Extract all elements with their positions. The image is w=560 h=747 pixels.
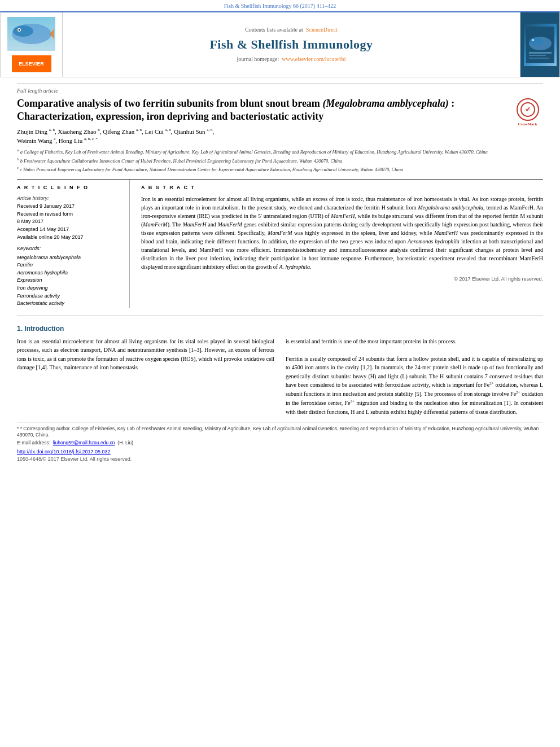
email-label: E-mail address: xyxy=(17,440,50,445)
svg-text:✓: ✓ xyxy=(525,106,531,113)
history-label: Article history: xyxy=(17,195,123,202)
affiliation-b: b b Freshwater Aquaculture Collaborative… xyxy=(17,157,543,165)
article-info-heading: A R T I C L E I N F O xyxy=(17,184,123,191)
sciencedirect-line: Contents lists available at ScienceDirec… xyxy=(245,26,338,34)
toxic-word: toxic xyxy=(352,196,363,202)
journal-title: Fish & Shellfish Immunology xyxy=(209,36,373,54)
section-divider xyxy=(17,316,543,316)
affiliation-c: c c Hubei Provincial Engineering Laborat… xyxy=(17,165,543,173)
keyword-4: Expression xyxy=(17,277,123,284)
intro-col-left: Iron is an essential microelement for al… xyxy=(17,337,274,416)
title-part1: Comparative analysis of two ferritin sub… xyxy=(17,98,320,109)
keyword-5: Iron depriving xyxy=(17,285,123,292)
intro-two-col: Iron is an essential microelement for al… xyxy=(17,337,543,416)
revised-label: Received in revised form xyxy=(17,211,123,218)
journal-header-center: Contents lists available at ScienceDirec… xyxy=(63,12,520,77)
article-info-column: A R T I C L E I N F O Article history: R… xyxy=(17,180,130,308)
homepage-url[interactable]: www.elsevier.com/locate/fsi xyxy=(282,56,345,62)
issn-line: 1050-4648/© 2017 Elsevier Ltd. All right… xyxy=(17,456,543,463)
doi-line: http://dx.doi.org/10.1016/j.fsi.2017.05.… xyxy=(17,448,543,456)
journal-header: ELSEVIER Contents lists available at Sci… xyxy=(0,11,560,77)
journal-homepage: journal homepage: www.elsevier.com/locat… xyxy=(237,55,346,63)
abstract-column: A B S T R A C T Iron is an essential mic… xyxy=(141,180,543,308)
journal-header-left: ELSEVIER xyxy=(1,12,63,77)
keywords-label: Keywords: xyxy=(17,245,123,252)
svg-point-1 xyxy=(13,25,33,37)
top-citation-bar: Fish & Shellfish Immunology 66 (2017) 41… xyxy=(0,0,560,11)
svg-rect-11 xyxy=(529,58,549,59)
authors-line: Zhujin Ding a, b, Xiaoheng Zhao b, Qifen… xyxy=(17,127,543,146)
svg-point-8 xyxy=(532,39,534,41)
article-info-abstract-section: A R T I C L E I N F O Article history: R… xyxy=(17,179,543,308)
crossmark-badge: ✓ CrossMark xyxy=(512,97,543,128)
article-type-label: Full length article xyxy=(17,83,543,95)
intro-heading: 1. Introduction xyxy=(17,324,543,334)
journal-header-right xyxy=(520,12,559,77)
svg-point-7 xyxy=(530,37,543,45)
doi-link[interactable]: http://dx.doi.org/10.1016/j.fsi.2017.05.… xyxy=(17,449,111,455)
journal-fish-image xyxy=(7,17,55,51)
svg-point-3 xyxy=(18,29,20,30)
homepage-prefix: journal homepage: xyxy=(237,56,279,62)
accepted-date: Accepted 14 May 2017 xyxy=(17,226,123,233)
abstract-text: Iron is an essential microelement for al… xyxy=(141,195,543,271)
abstract-heading: A B S T R A C T xyxy=(141,184,543,191)
keyword-2: Ferritin xyxy=(17,261,123,269)
email-link[interactable]: liuhong59@mail.hzau.edu.cn xyxy=(53,440,115,445)
online-date: Available online 20 May 2017 xyxy=(17,234,123,241)
email-suffix: (H. Liu). xyxy=(117,440,134,445)
affiliations: a a College of Fisheries, Key Lab of Fre… xyxy=(17,148,543,173)
svg-rect-9 xyxy=(529,52,552,54)
crossmark-circle: ✓ xyxy=(517,98,539,121)
intro-col-right: is essential and ferritin is one of the … xyxy=(286,337,543,416)
elsevier-label: ELSEVIER xyxy=(19,60,44,68)
page-wrapper: Fish & Shellfish Immunology 66 (2017) 41… xyxy=(0,0,560,462)
elsevier-logo: ELSEVIER xyxy=(12,55,51,72)
affiliation-a: a a College of Fisheries, Key Lab of Fre… xyxy=(17,148,543,156)
title-italic: (Megalobrama amblycephala) xyxy=(322,98,448,109)
footnote-corresponding: * * Corresponding author. College of Fis… xyxy=(17,426,543,438)
article-title: Comparative analysis of two ferritin sub… xyxy=(17,97,543,124)
svg-marker-4 xyxy=(50,29,54,39)
revised-date: 8 May 2017 xyxy=(17,218,123,225)
sciencedirect-prefix: Contents lists available at xyxy=(245,27,303,33)
content-outer: Full length article Comparative analysis… xyxy=(0,83,560,462)
keyword-3: Aeromonas hydrophila xyxy=(17,269,123,277)
keyword-7: Bacteriostatic activity xyxy=(17,300,123,307)
footnote-email: E-mail address: liuhong59@mail.hzau.edu.… xyxy=(17,440,543,446)
journal-thumbnail xyxy=(524,24,557,66)
citation-text: Fish & Shellfish Immunology 66 (2017) 41… xyxy=(224,3,336,9)
corresponding-text: * Corresponding author. College of Fishe… xyxy=(17,426,539,438)
keyword-6: Ferroridase activity xyxy=(17,292,123,300)
svg-rect-10 xyxy=(529,55,546,56)
copyright-line: © 2017 Elsevier Ltd. All rights reserved… xyxy=(141,276,543,283)
received-date: Received 9 January 2017 xyxy=(17,203,123,210)
footnote-section: * * Corresponding author. College of Fis… xyxy=(17,422,543,462)
crossmark-label: CrossMark xyxy=(518,122,537,127)
sciencedirect-link[interactable]: ScienceDirect xyxy=(306,27,338,33)
keyword-1: Megalobrama amblycephala xyxy=(17,254,123,261)
